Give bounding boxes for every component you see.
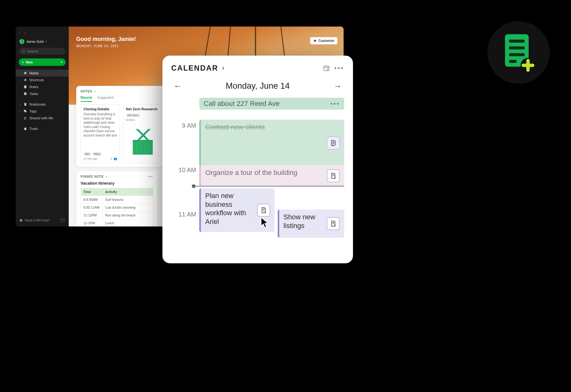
meta-time: 24 min ago (83, 157, 97, 160)
hero-date: MONDAY, JUNE 14, 2021 (76, 44, 336, 48)
user-name: Jamie Gold (26, 40, 44, 43)
calendar-date: Monday, June 14 (226, 81, 290, 91)
keyboard-icon[interactable] (60, 219, 65, 222)
nav-label: Notebooks (29, 102, 46, 106)
svg-point-6 (327, 69, 328, 69)
nav-label: Trash (29, 127, 38, 131)
nav-label: Notes (29, 85, 38, 89)
svg-rect-8 (509, 40, 525, 43)
meta-time: 5/18/21 (126, 118, 135, 122)
hour-label: 10 AM (171, 166, 196, 174)
table-row: 8:30-11AMLuis & kids canoeing (81, 204, 153, 211)
next-day-button[interactable]: → (331, 80, 344, 92)
tag-icon (23, 109, 27, 113)
calendar-date-nav: ← Monday, June 14 → (171, 80, 344, 92)
search-placeholder: Search (27, 49, 38, 53)
svg-text:?: ? (21, 219, 22, 221)
note-cards: Closing Details Overview Everything is h… (81, 104, 160, 163)
chevron-right-icon[interactable]: › (106, 175, 107, 178)
svg-point-1 (24, 117, 25, 118)
event-tour[interactable]: Organize a tour of the building (199, 165, 344, 186)
note-card[interactable]: Closing Details Overview Everything is h… (81, 104, 120, 163)
home-icon (23, 71, 27, 75)
tab-recent[interactable]: Recent (81, 96, 92, 102)
more-icon[interactable]: ••• (330, 100, 340, 107)
table-row: 12-1PMLunch (81, 219, 153, 227)
note-title: Net Zero Research (126, 107, 160, 111)
nav-shared[interactable]: Shared with Me (16, 115, 69, 122)
chevron-right-icon[interactable]: › (95, 90, 96, 93)
search-input[interactable]: Search (19, 48, 66, 55)
note-card[interactable]: Net Zero Research Net Zero 5/18/21 (123, 104, 160, 163)
add-note-button[interactable] (257, 204, 270, 217)
note-chips: Net Zero (126, 113, 160, 117)
table-row: 11-12PMRun along the beach (81, 211, 153, 219)
help-icon: ? (19, 219, 23, 222)
more-icon[interactable]: ••• (334, 64, 344, 72)
prev-day-button[interactable]: ← (171, 80, 184, 92)
nav-home[interactable]: Home (16, 70, 69, 77)
note-chips: Min Riley (83, 152, 117, 156)
event-contact[interactable]: Contact new clients (199, 120, 344, 166)
check-circle-icon (23, 92, 27, 96)
sidebar: ‹ › J Jamie Gold ▾ Search + New ▾ Home ▸ (16, 27, 69, 226)
event-title: Show new listings (284, 213, 323, 230)
star-icon (23, 78, 27, 82)
notes-widget: NOTES › Recent Suggested Closing Details… (76, 86, 164, 167)
note-meta: 5/18/21 (126, 118, 160, 122)
plus-icon: + (22, 60, 24, 64)
svg-rect-11 (509, 60, 517, 63)
svg-rect-5 (324, 66, 329, 71)
new-button-label: New (26, 60, 33, 64)
note-title: Closing Details (83, 107, 117, 111)
nav-tasks[interactable]: Tasks (16, 90, 69, 97)
open-note-button[interactable] (327, 136, 340, 150)
calendar-icon[interactable] (322, 64, 330, 72)
nav-shortcuts[interactable]: ▸ Shortcuts (16, 77, 69, 83)
customize-button[interactable]: Customize (310, 37, 337, 44)
table-row: 8-8:30AMSurf lessons (81, 196, 153, 204)
svg-point-2 (26, 117, 27, 118)
itinerary-table: Time Activity 8-8:30AMSurf lessons 8:30-… (81, 188, 153, 226)
col-activity: Activity (103, 188, 153, 196)
allday-event[interactable]: Call about 227 Reed Ave ••• (199, 98, 344, 110)
note-body: Overview Everything is here to prep for … (83, 112, 117, 151)
chevron-right-icon[interactable]: › (222, 64, 224, 72)
nav-notebooks[interactable]: ▸ Notebooks (16, 101, 69, 108)
star-icon: ★ (110, 157, 112, 160)
nav-label: Home (29, 71, 38, 75)
svg-rect-9 (509, 47, 525, 50)
user-menu[interactable]: J Jamie Gold ▾ (16, 38, 69, 47)
svg-rect-10 (509, 53, 525, 56)
event-plan[interactable]: Plan new business workflow with Ariel (199, 188, 275, 232)
avatar: J (19, 39, 24, 44)
new-note-badge[interactable] (487, 21, 550, 84)
tertiary-nav: Trash (16, 125, 69, 132)
event-title: Organize a tour of the building (205, 168, 323, 177)
chevron-down-icon: ▾ (61, 61, 62, 64)
pinned-widget: PINNED NOTE › ••• Vacation Itinerary Tim… (76, 171, 157, 226)
secondary-nav: ▸ Notebooks ▸ Tags Shared with Me (16, 101, 69, 122)
nav-label: Shortcuts (29, 78, 44, 82)
notebook-icon (23, 102, 27, 106)
notes-tabs: Recent Suggested (81, 96, 160, 102)
chevron-down-icon: ▾ (46, 40, 47, 43)
nav-label: Tasks (29, 92, 38, 96)
nav-notes[interactable]: Notes (16, 83, 69, 90)
nav-back-icon[interactable]: ‹ (19, 30, 21, 35)
nav-forward-icon[interactable]: › (24, 30, 25, 35)
primary-nav: Home ▸ Shortcuts Notes Tasks (16, 70, 69, 97)
event-title: Call about 227 Reed Ave (204, 100, 280, 108)
more-icon[interactable]: ••• (148, 175, 153, 178)
add-note-button[interactable] (327, 217, 340, 230)
event-show[interactable]: Show new listings (278, 210, 344, 238)
tab-suggested[interactable]: Suggested (97, 96, 114, 102)
nav-label: Shared with Me (29, 116, 53, 120)
help-link[interactable]: Need a little help? (25, 219, 50, 222)
nav-label: Tags (29, 109, 37, 113)
nav-trash[interactable]: Trash (16, 125, 69, 132)
add-note-button[interactable] (327, 169, 340, 182)
new-button[interactable]: + New ▾ (19, 58, 66, 66)
hour-label: 11 AM (171, 211, 196, 218)
nav-tags[interactable]: ▸ Tags (16, 108, 69, 115)
